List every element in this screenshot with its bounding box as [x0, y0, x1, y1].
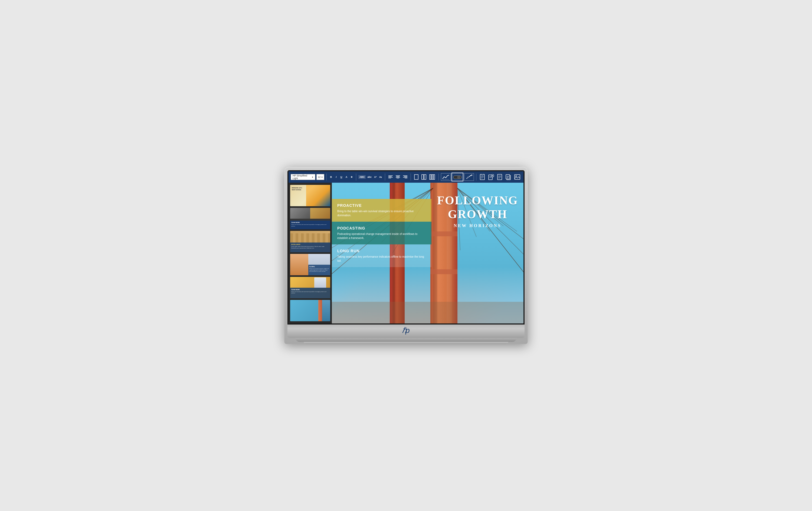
svg-rect-73: [332, 302, 523, 323]
svg-rect-55: [430, 231, 458, 236]
slide-main: FOLLOWING GROWTH NEW HORIZONS PROACTIVE …: [332, 183, 523, 323]
slide-thumb-6[interactable]: [290, 300, 330, 321]
align-right-button[interactable]: [402, 174, 408, 180]
screen: HP Simplified Light ▼ 12 ▼ B I U A ★: [289, 171, 523, 323]
proactive-text: Bring to the table win-win survival stra…: [337, 209, 426, 217]
slide-heading-line3: NEW HORIZONS: [437, 223, 518, 228]
slide4-left-photo: [290, 254, 308, 275]
slide2-photo1: [290, 208, 310, 219]
separator-6: [476, 173, 476, 180]
slide5-overlay: TEAM WORK Teams are formed by the team l…: [290, 288, 330, 299]
slide-thumb-5[interactable]: TEAM WORK Teams are formed by the team l…: [290, 277, 330, 298]
slide5-subtitle: Teams are formed by the team lead respon…: [291, 291, 329, 294]
document-group: [478, 174, 521, 180]
svg-point-48: [516, 176, 517, 177]
svg-text:p: p: [405, 327, 410, 335]
slide-title-area: FOLLOWING GROWTH NEW HORIZONS: [437, 194, 518, 228]
column-layout-group: [413, 174, 436, 180]
svg-rect-43: [506, 175, 510, 179]
italic-button[interactable]: I: [334, 175, 338, 179]
three-col-button[interactable]: [428, 174, 436, 180]
bold-button[interactable]: B: [329, 175, 333, 179]
line-chart-button[interactable]: [441, 173, 451, 181]
proactive-title: PROACTIVE: [337, 203, 426, 207]
slide-thumb-3[interactable]: EXCELLENCE Set the table stakes. Benchma…: [290, 231, 330, 252]
underline-button[interactable]: U: [339, 175, 344, 179]
scatter-chart-button[interactable]: [464, 173, 474, 181]
hp-logo: ℏ p: [401, 327, 411, 336]
slide4-right-photo: GLOBAL Efforts from previous projects su…: [308, 254, 330, 275]
monitor-bottom: ℏ p: [287, 324, 525, 338]
monitor-stand-foot: [296, 338, 516, 342]
notes-button[interactable]: [478, 174, 486, 180]
strikethrough-button[interactable]: A: [344, 175, 349, 179]
monitor-stand-bottom: [304, 342, 508, 344]
align-group: [387, 174, 408, 180]
slide-thumb-4[interactable]: GLOBAL Efforts from previous projects su…: [290, 254, 330, 275]
star-button[interactable]: ★: [349, 175, 354, 179]
align-center-button[interactable]: [395, 174, 401, 180]
svg-rect-15: [430, 175, 431, 179]
abc-group: ABC abc A² A₂: [358, 175, 383, 179]
chart-group: [441, 173, 474, 181]
slide2-overlay: TEAM WORK Teams are formed by the team l…: [290, 221, 330, 229]
abc-lower-button[interactable]: abc: [367, 175, 372, 179]
slide2-subtitle: Teams are formed by the team lead respon…: [291, 224, 329, 227]
slide1-photo: [306, 185, 330, 206]
two-col-button[interactable]: [420, 174, 427, 180]
font-name-label: HP Simplified Light: [293, 174, 311, 180]
toolbar: HP Simplified Light ▼ 12 ▼ B I U A ★: [289, 171, 523, 183]
svg-rect-31: [482, 174, 483, 175]
slide-heading-line2: GROWTH: [437, 207, 518, 221]
svg-rect-47: [515, 175, 520, 179]
font-size-selector[interactable]: 12 ▼: [316, 174, 324, 180]
slide-thumb-1[interactable]: BRINGING UP A NEW CHANGE: [290, 185, 330, 206]
slide2-title: TEAM WORK: [291, 222, 329, 223]
slide6-bg: [290, 300, 330, 321]
podcasting-box: PODCASTING Podcasting operational change…: [332, 222, 431, 245]
slide2-photo2: [310, 208, 330, 219]
content-boxes: PROACTIVE Bring to the table win-win sur…: [332, 199, 431, 267]
slide1-title: BRINGING UP A NEW CHANGE: [292, 187, 305, 191]
longrun-text: Taking seamless key performance indicato…: [337, 255, 426, 263]
format-group: B I U A ★: [329, 175, 354, 179]
image-button[interactable]: [513, 174, 521, 180]
svg-rect-14: [424, 175, 426, 179]
font-size-value: 12: [318, 176, 320, 178]
slides-panel: BRINGING UP A NEW CHANGE TEAM WORK: [289, 183, 332, 323]
slide-heading-line1: FOLLOWING: [437, 194, 518, 207]
slide4-overlay: GLOBAL Efforts from previous projects su…: [308, 265, 330, 276]
abc-caps-button[interactable]: ABC: [358, 175, 366, 179]
add-note-button[interactable]: [487, 174, 495, 180]
font-size-dropdown-icon[interactable]: ▼: [321, 176, 323, 178]
single-col-button[interactable]: [413, 174, 419, 180]
font-dropdown-icon[interactable]: ▼: [312, 176, 313, 178]
svg-rect-12: [414, 175, 418, 179]
slide5-photo: [290, 277, 330, 288]
subscript-button[interactable]: A₂: [378, 175, 383, 179]
slide3-overlay: EXCELLENCE Set the table stakes. Benchma…: [290, 243, 330, 252]
screen-border: HP Simplified Light ▼ 12 ▼ B I U A ★: [287, 170, 525, 324]
podcasting-text: Podcasting operational change management…: [337, 232, 426, 240]
separator-5: [438, 173, 439, 180]
longrun-title: LONG RUN: [337, 249, 426, 253]
slide-thumb-2[interactable]: TEAM WORK Teams are formed by the team l…: [290, 208, 330, 229]
align-left-button[interactable]: [387, 174, 394, 180]
font-selector[interactable]: HP Simplified Light ▼: [291, 174, 315, 180]
proactive-box: PROACTIVE Bring to the table win-win sur…: [332, 199, 431, 222]
separator-3: [385, 173, 385, 180]
slide3-title: EXCELLENCE: [291, 244, 329, 245]
toggle-button[interactable]: [452, 173, 463, 181]
slide3-photo: [290, 231, 330, 244]
slide3-subtitle: Set the table stakes. Benchmark best pra…: [291, 246, 329, 249]
slide4-subtitle: Efforts from previous projects suggest f…: [309, 268, 329, 272]
monitor: HP Simplified Light ▼ 12 ▼ B I U A ★: [284, 167, 528, 344]
text-doc-button[interactable]: [496, 174, 503, 180]
bridge-photo: FOLLOWING GROWTH NEW HORIZONS PROACTIVE …: [332, 183, 523, 323]
main-content: BRINGING UP A NEW CHANGE TEAM WORK: [289, 183, 523, 323]
svg-rect-17: [433, 175, 435, 179]
copy-doc-button[interactable]: [504, 174, 512, 180]
svg-rect-16: [431, 175, 433, 179]
superscript-button[interactable]: A²: [373, 175, 378, 179]
slide4-title: GLOBAL: [309, 266, 329, 267]
